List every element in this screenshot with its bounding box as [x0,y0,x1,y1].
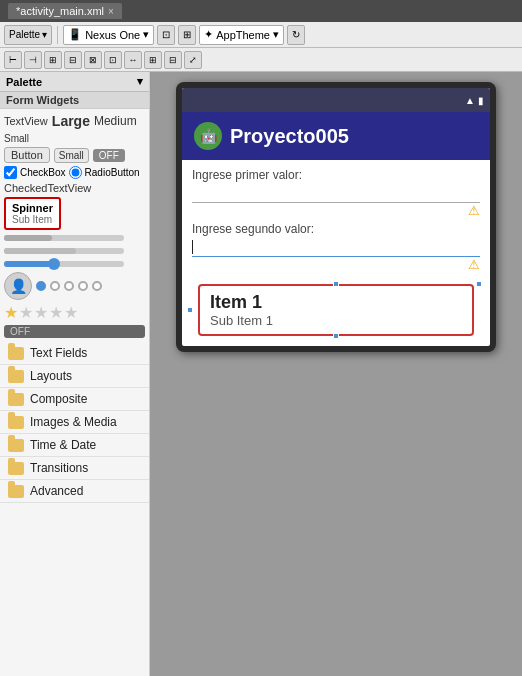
textview-medium[interactable]: Medium [94,114,137,128]
palette-toggle-button[interactable]: Palette ▾ [4,25,52,45]
slider-fill [4,261,52,267]
form-area: Ingrese primer valor: ⚠ Ingrese segundo … [182,160,490,280]
star-4: ★ [49,303,63,322]
handle-left [187,307,193,313]
radio-dot-2[interactable] [64,281,74,291]
toggle-widget[interactable]: OFF [93,149,125,162]
palette-item-images-media[interactable]: Images & Media [0,411,149,434]
zoom-out-button[interactable]: ⊟ [164,51,182,69]
folder-icon [8,393,24,406]
palette-item-composite[interactable]: Composite [0,388,149,411]
text-cursor [192,240,193,254]
grid-button[interactable]: ⊠ [84,51,102,69]
density-button[interactable]: ⊞ [178,25,196,45]
textview-large[interactable]: Large [52,113,90,129]
checked-textview-row: CheckedTextView [4,182,145,194]
close-tab-button[interactable]: × [108,6,114,17]
fit-button[interactable]: ↔ [124,51,142,69]
radio-dot-filled[interactable] [36,281,46,291]
orientation-button[interactable]: ⊡ [157,25,175,45]
progress-fill [4,235,52,241]
progress-bar-widget[interactable] [4,235,124,241]
field1-input[interactable] [192,184,480,203]
palette-item-advanced[interactable]: Advanced [0,480,149,503]
distribute-v-button[interactable]: ⊟ [64,51,82,69]
star-1: ★ [4,303,18,322]
distribute-h-button[interactable]: ⊞ [44,51,62,69]
device-selector[interactable]: 📱 Nexus One ▾ [63,25,154,45]
editor-tab[interactable]: *activity_main.xml × [8,3,122,19]
field1-label: Ingrese primer valor: [192,168,480,182]
ratingbar-widget[interactable]: ★ ★ ★ ★ ★ [4,303,145,322]
field1-container: Ingrese primer valor: ⚠ [192,168,480,218]
palette-item-label: Transitions [30,461,88,475]
secondary-toolbar: ⊢ ⊣ ⊞ ⊟ ⊠ ⊡ ↔ ⊞ ⊟ ⤢ [0,48,522,72]
textview-small[interactable]: Small [4,133,29,144]
locale-button[interactable]: ↻ [287,25,305,45]
palette-item-time-date[interactable]: Time & Date [0,434,149,457]
zoom-button[interactable]: ⊡ [104,51,122,69]
checkbox-label: CheckBox [20,167,66,178]
app-title: Proyecto005 [230,125,349,148]
handle-bottom-center [333,333,339,339]
zoom-in-button[interactable]: ⊞ [144,51,162,69]
tab-label: *activity_main.xml [16,5,104,17]
palette-item-label: Composite [30,392,87,406]
palette-item-label: Layouts [30,369,72,383]
field1-warning: ⚠ [192,203,480,218]
palette-item-layouts[interactable]: Layouts [0,365,149,388]
radio-label: RadioButton [85,167,140,178]
spinner-list-item[interactable]: Item 1 Sub Item 1 [198,284,474,336]
title-bar: *activity_main.xml × [0,0,522,22]
checkbox-widget[interactable] [4,166,17,179]
radio-dot-4[interactable] [92,281,102,291]
android-icon: 🤖 [200,128,217,144]
folder-icon [8,462,24,475]
avatar-widget[interactable]: 👤 [4,272,32,300]
expand-button[interactable]: ⤢ [184,51,202,69]
palette-item-transitions[interactable]: Transitions [0,457,149,480]
chevron-down-icon: ▾ [143,28,149,41]
chevron-down-icon: ▾ [42,29,47,40]
small-button-widget[interactable]: Small [54,148,89,163]
radio-dot-1[interactable] [50,281,60,291]
palette-label: Palette [9,29,40,40]
palette-item-textfields[interactable]: Text Fields [0,342,149,365]
star-2: ★ [19,303,33,322]
switch-widget[interactable]: OFF [4,325,145,338]
main-area: Palette ▾ Form Widgets TextView Large Me… [0,72,522,676]
star-5: ★ [64,303,78,322]
checked-textview-label[interactable]: CheckedTextView [4,182,91,194]
app-header: 🤖 Proyecto005 [182,112,490,160]
button-row: Button Small OFF [4,147,145,163]
spinner-item-subtitle: Sub Item 1 [210,313,462,328]
palette-item-label: Time & Date [30,438,96,452]
folder-icon [8,347,24,360]
align-center-button[interactable]: ⊣ [24,51,42,69]
warning-icon-2: ⚠ [468,257,480,272]
phone-status-bar: ▲ ▮ [182,88,490,112]
main-toolbar: Palette ▾ 📱 Nexus One ▾ ⊡ ⊞ ✦ AppTheme ▾… [0,22,522,48]
seekbar-widget[interactable] [4,261,124,267]
form-widgets-section: Form Widgets [0,92,149,109]
wifi-icon: ▲ [465,95,475,106]
widgets-area: TextView Large Medium Small Button Small… [0,109,149,342]
progress-bar-widget-2[interactable] [4,248,124,254]
battery-icon: ▮ [478,95,484,106]
align-left-button[interactable]: ⊢ [4,51,22,69]
star-3: ★ [34,303,48,322]
palette-item-label: Advanced [30,484,83,498]
phone-icon: 📱 [68,28,82,41]
textview-row: TextView Large Medium Small [4,113,145,144]
field2-label: Ingrese segundo valor: [192,222,480,236]
button-widget[interactable]: Button [4,147,50,163]
radio-widget[interactable] [69,166,82,179]
folder-icon [8,370,24,383]
phone-frame: ▲ ▮ 🤖 Proyecto005 Ingrese primer valor: [176,82,496,352]
handle-top-center [333,281,339,287]
canvas-area[interactable]: ▲ ▮ 🤖 Proyecto005 Ingrese primer valor: [150,72,522,676]
spinner-widget[interactable]: Spinner Sub Item [4,197,61,230]
apptheme-selector[interactable]: ✦ AppTheme ▾ [199,25,284,45]
phone-screen: ▲ ▮ 🤖 Proyecto005 Ingrese primer valor: [182,88,490,346]
radio-dot-3[interactable] [78,281,88,291]
